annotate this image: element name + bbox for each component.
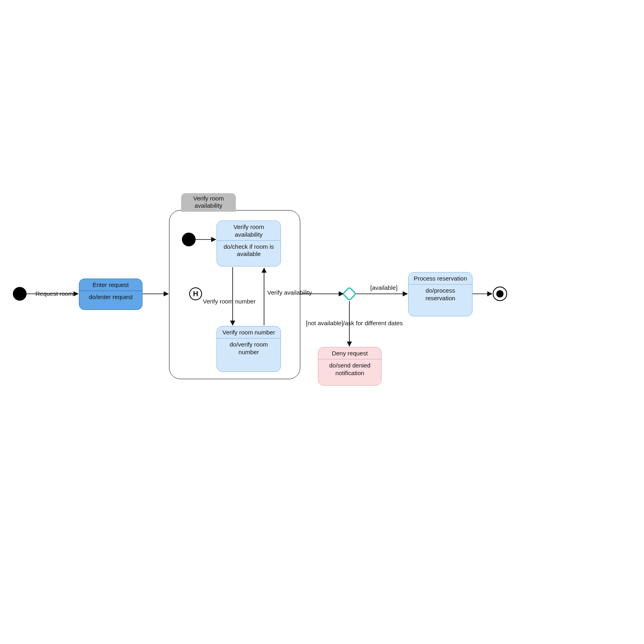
diamond-icon (342, 287, 357, 301)
state-verify-room-availability: Verify room availability do/check if roo… (217, 221, 281, 266)
state-body: do/send denied notification (318, 359, 381, 380)
final-state-inner (496, 290, 504, 297)
composite-state-label: Verify room availability (181, 193, 236, 212)
state-body: do/verify room number (217, 339, 281, 359)
initial-state (13, 287, 27, 301)
transition-label-verify-room-number: Verify room number (203, 298, 256, 305)
state-deny-request: Deny request do/send denied notification (318, 347, 382, 386)
diagram-canvas: { "labels": { "requestRoom": "Request ro… (0, 0, 644, 644)
state-enter-request: Enter request do/enter request (79, 279, 142, 310)
state-body: do/check if room is available (217, 241, 281, 262)
state-title: Deny request (318, 347, 381, 359)
final-state (493, 287, 507, 301)
transition-label-verify-availability: Verify availability (267, 289, 312, 296)
state-title: Process reservation (409, 272, 472, 284)
state-verify-room-number: Verify room number do/verify room number (217, 326, 281, 372)
state-title: Verify room number (217, 326, 281, 338)
transition-label-request-room: Request room (35, 290, 73, 297)
transition-label-not-available: [not available]/ask for different dates (306, 320, 403, 326)
history-pseudostate: H (189, 287, 202, 300)
state-body: do/process reservation (409, 285, 472, 305)
choice-pseudostate (344, 289, 355, 299)
history-letter: H (193, 290, 198, 298)
state-process-reservation: Process reservation do/process reservati… (408, 272, 473, 316)
transition-label-available: [available] (370, 284, 398, 291)
state-title: Enter request (79, 279, 142, 291)
inner-initial-state (182, 233, 196, 246)
state-body: do/enter request (79, 291, 142, 304)
state-title: Verify room availability (217, 221, 281, 240)
